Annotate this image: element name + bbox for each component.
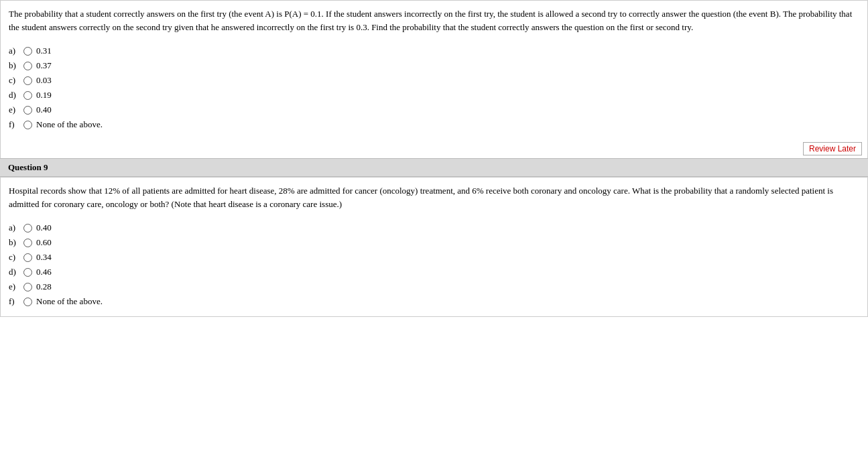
q9-option-row: c)0.34 — [9, 252, 859, 263]
question8-block: The probability that a student correctly… — [0, 0, 868, 158]
question9-block: Hospital records show that 12% of all pa… — [0, 177, 868, 317]
option-label: c) — [9, 75, 23, 86]
option-value: 0.34 — [36, 252, 52, 263]
review-later-row: Review Later — [1, 139, 867, 158]
option-radio[interactable] — [23, 239, 32, 247]
q8-option-row: b)0.37 — [9, 60, 859, 71]
option-radio[interactable] — [23, 76, 32, 85]
q8-option-row: a)0.31 — [9, 46, 859, 56]
option-label: e) — [9, 281, 23, 292]
question9-options: a)0.40b)0.60c)0.34d)0.46e)0.28f)None of … — [1, 216, 867, 316]
q8-option-row: d)0.19 — [9, 90, 859, 101]
option-value: 0.28 — [36, 281, 52, 292]
option-label: f) — [9, 296, 23, 307]
option-value: 0.40 — [36, 222, 52, 233]
option-radio[interactable] — [23, 91, 32, 100]
q8-option-row: f)None of the above. — [9, 119, 859, 130]
option-value: 0.60 — [36, 237, 52, 248]
option-label: b) — [9, 237, 23, 248]
option-value: 0.37 — [36, 60, 52, 71]
option-radio[interactable] — [23, 268, 32, 277]
option-value: None of the above. — [36, 119, 103, 130]
option-value: 0.40 — [36, 105, 52, 115]
question8-options: a)0.31b)0.37c)0.03d)0.19e)0.40f)None of … — [1, 39, 867, 139]
question8-text: The probability that a student correctly… — [1, 1, 867, 39]
q9-option-row: e)0.28 — [9, 281, 859, 292]
option-label: e) — [9, 105, 23, 115]
q8-option-row: c)0.03 — [9, 75, 859, 86]
q9-option-row: b)0.60 — [9, 237, 859, 248]
question9-header: Question 9 — [0, 158, 868, 177]
option-label: f) — [9, 119, 23, 130]
q9-option-row: a)0.40 — [9, 222, 859, 233]
option-radio[interactable] — [23, 62, 32, 70]
option-label: a) — [9, 222, 23, 233]
option-value: 0.03 — [36, 75, 52, 86]
option-value: 0.46 — [36, 267, 52, 277]
option-label: b) — [9, 60, 23, 71]
q9-option-row: f)None of the above. — [9, 296, 859, 307]
option-radio[interactable] — [23, 224, 32, 233]
q9-option-row: d)0.46 — [9, 267, 859, 277]
option-label: c) — [9, 252, 23, 263]
option-label: a) — [9, 46, 23, 56]
option-value: 0.31 — [36, 46, 52, 56]
option-radio[interactable] — [23, 47, 32, 56]
option-value: 0.19 — [36, 90, 52, 101]
review-later-button[interactable]: Review Later — [803, 142, 862, 155]
option-radio[interactable] — [23, 121, 32, 129]
q8-option-row: e)0.40 — [9, 105, 859, 115]
option-label: d) — [9, 90, 23, 101]
question9-text: Hospital records show that 12% of all pa… — [1, 178, 867, 216]
option-radio[interactable] — [23, 283, 32, 291]
option-radio[interactable] — [23, 106, 32, 115]
option-radio[interactable] — [23, 253, 32, 262]
option-label: d) — [9, 267, 23, 277]
option-radio[interactable] — [23, 298, 32, 306]
option-value: None of the above. — [36, 296, 103, 307]
